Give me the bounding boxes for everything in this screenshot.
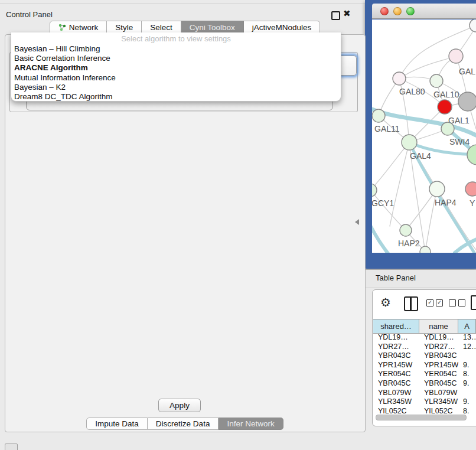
- algorithm-option-aracne-algorithm[interactable]: ARACNE Algorithm: [11, 63, 341, 73]
- table-row[interactable]: YLR345WYLR345W9.: [373, 397, 476, 407]
- table-cell: 12…: [458, 343, 476, 352]
- table-cell: YIL052C: [373, 407, 419, 413]
- close-icon[interactable]: ✖: [343, 8, 351, 19]
- tab-label: Network: [69, 23, 99, 32]
- node-label: HAP4: [435, 198, 457, 207]
- tab-label: Discretize Data: [156, 419, 210, 428]
- export-table-icon[interactable]: [471, 295, 476, 310]
- table-cell: YIL052C: [419, 407, 458, 413]
- algorithm-option-mutual-information-inference[interactable]: Mutual Information Inference: [11, 73, 341, 83]
- tab-infer-network[interactable]: Infer Network: [219, 418, 283, 430]
- node-label: HAP2: [398, 239, 420, 248]
- table-row[interactable]: YBL079WYBL079W: [373, 389, 476, 398]
- table-cell: YBR043C: [419, 351, 458, 361]
- node-label: GAL11: [374, 124, 400, 133]
- deselect-all-columns-icon[interactable]: [449, 299, 465, 306]
- tab-label: Cyni Toolbox: [190, 23, 235, 32]
- network-icon: [58, 24, 66, 31]
- network-node-gal80[interactable]: [393, 72, 406, 85]
- node-label: GCY1: [372, 198, 394, 208]
- network-node[interactable]: [458, 92, 476, 111]
- network-edge: [372, 190, 406, 230]
- table-panel-title: Table Panel: [376, 273, 416, 282]
- table-cell: YBR045C: [373, 379, 419, 389]
- algorithm-option-basic-correlation-inference[interactable]: Basic Correlation Inference: [11, 54, 341, 63]
- network-node-gal1[interactable]: [438, 100, 452, 114]
- table-cell: 13…: [458, 333, 476, 343]
- network-canvas[interactable]: GALGAL80GAL10GAL1GAL11SWI4GAL4GCY1HAP4YH…: [372, 19, 476, 253]
- network-node-gal[interactable]: [449, 49, 463, 63]
- network-node-hap2[interactable]: [400, 224, 412, 236]
- node-label: SWI4: [449, 137, 470, 146]
- float-window-icon[interactable]: [331, 11, 340, 20]
- cyni-bottom-tabbar: Impute DataDiscretize DataInfer Network: [5, 418, 365, 430]
- apply-button[interactable]: Apply: [158, 399, 201, 412]
- column-header-a[interactable]: A: [458, 319, 476, 333]
- table-cell: YBR045C: [419, 379, 458, 389]
- minimized-panel-button[interactable]: [5, 444, 18, 450]
- table-row[interactable]: YDR27…YDR27…12…: [373, 343, 476, 352]
- close-traffic-light-icon[interactable]: [380, 7, 389, 15]
- table-cell: 9.: [458, 379, 476, 389]
- tab-discretize-data[interactable]: Discretize Data: [148, 418, 219, 430]
- network-node-gal4[interactable]: [402, 135, 417, 150]
- table-cell: YBL079W: [419, 389, 458, 398]
- table-horizontal-scrollbar[interactable]: [374, 414, 475, 420]
- table-cell: YDL19…: [373, 333, 419, 343]
- network-node[interactable]: [470, 19, 476, 32]
- gear-icon[interactable]: ⚙: [380, 295, 391, 309]
- node-label: GAL10: [433, 90, 459, 99]
- zoom-traffic-light-icon[interactable]: [406, 7, 415, 15]
- table-row[interactable]: YIL052CYIL052C8.: [373, 407, 476, 413]
- table-cell: 8.: [458, 407, 476, 413]
- algorithm-list: Bayesian – Hill ClimbingBasic Correlatio…: [11, 44, 341, 102]
- table-cell: 8.: [458, 370, 476, 379]
- algorithm-option-bayesian-hill-climbing[interactable]: Bayesian – Hill Climbing: [11, 44, 341, 54]
- table-cell: [458, 351, 476, 361]
- network-node-hap4[interactable]: [429, 181, 445, 197]
- table-cell: 9.: [458, 397, 476, 407]
- network-node-gcy1[interactable]: [372, 184, 377, 197]
- control-panel-title: Control Panel: [6, 10, 53, 19]
- algorithm-option-dream8-dc-tdc-algorithm[interactable]: Dream8 DC_TDC Algorithm: [11, 92, 341, 102]
- table-row[interactable]: YBR045CYBR045C9.: [373, 379, 476, 389]
- table-cell: YLR345W: [419, 397, 458, 407]
- table-row[interactable]: YBR043CYBR043C: [373, 351, 476, 361]
- show-columns-icon[interactable]: [404, 296, 418, 311]
- algorithm-option-bayesian-k2[interactable]: Bayesian – K2: [11, 83, 341, 92]
- node-label: Y: [470, 198, 475, 208]
- tab-label: Select: [150, 23, 172, 32]
- unchecked-box-icon: [449, 299, 456, 306]
- tab-label: Style: [115, 23, 133, 32]
- table-cell: YPR145W: [373, 361, 419, 370]
- unchecked-box-icon: [458, 299, 465, 306]
- table-hscrollbar-thumb[interactable]: [376, 415, 467, 420]
- column-header-name[interactable]: name: [419, 319, 458, 333]
- splitter-collapse-arrow-icon[interactable]: [355, 219, 359, 225]
- select-all-columns-icon[interactable]: ✓ ✓: [426, 299, 443, 306]
- screenshot-root: { "colors": { "selection_blue": "#3A66C4…: [0, 0, 476, 450]
- network-node-y[interactable]: [465, 182, 476, 196]
- network-edge: [372, 223, 390, 253]
- tab-label: Impute Data: [95, 419, 139, 428]
- node-label: GAL4: [410, 151, 431, 161]
- network-node-swi4[interactable]: [441, 122, 454, 135]
- tab-impute-data[interactable]: Impute Data: [86, 418, 148, 430]
- table-cell: [458, 389, 476, 398]
- algorithm-dropdown-popup: Select algorithm to view settings Bayesi…: [11, 32, 341, 102]
- table-cell: YDR27…: [373, 343, 419, 352]
- table-cell: YPR145W: [419, 361, 458, 370]
- table-row[interactable]: YPR145WYPR145W9.: [373, 361, 476, 370]
- checked-box-icon: ✓: [436, 299, 443, 306]
- table-cell: YDR27…: [419, 343, 458, 352]
- network-node-gal10[interactable]: [430, 74, 443, 87]
- minimize-traffic-light-icon[interactable]: [393, 7, 402, 15]
- node-label: GAL80: [399, 87, 425, 96]
- network-window-titlebar[interactable]: [372, 4, 476, 19]
- network-node-gal11[interactable]: [372, 109, 385, 122]
- table-row[interactable]: YER054CYER054C8.: [373, 370, 476, 379]
- network-node[interactable]: [420, 246, 431, 253]
- table-row[interactable]: YDL19…YDL19…13…: [373, 333, 476, 343]
- table-header-row: shared…nameA: [373, 319, 476, 334]
- column-header-shared-[interactable]: shared…: [373, 319, 419, 333]
